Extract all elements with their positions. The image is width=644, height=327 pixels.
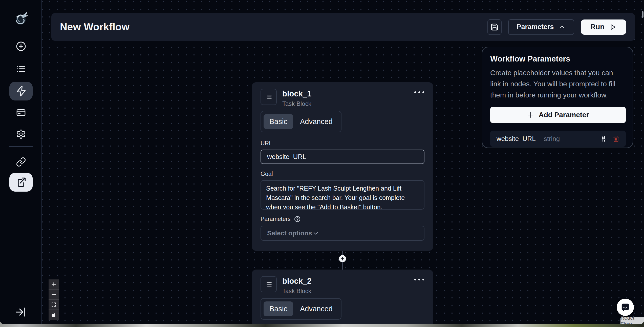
task-block-icon-box — [261, 89, 277, 105]
ellipsis-icon[interactable] — [414, 279, 424, 281]
node-title: block_2 — [282, 277, 311, 286]
panel-title: Workflow Parameters — [490, 54, 625, 64]
plus-icon — [340, 256, 345, 261]
node-header: block_1 Task Block — [261, 89, 424, 105]
select-placeholder: Select options — [267, 229, 312, 237]
run-label: Run — [590, 23, 605, 31]
fit-view-icon — [51, 302, 56, 307]
tab-advanced[interactable]: Advanced — [294, 114, 338, 129]
trash-icon[interactable] — [613, 135, 619, 142]
sidebar — [0, 0, 42, 324]
task-block-icon-box — [261, 276, 277, 292]
lock-toggle-button[interactable] — [49, 310, 59, 320]
tab-advanced[interactable]: Advanced — [294, 301, 338, 316]
add-parameter-label: Add Parameter — [539, 111, 589, 119]
parameters-select[interactable]: Select options — [261, 226, 424, 241]
zoom-in-button[interactable] — [49, 279, 59, 289]
lock-icon — [51, 312, 56, 317]
list-icon — [265, 93, 272, 101]
sidebar-divider — [9, 146, 33, 147]
workflow-node-block-1[interactable]: block_1 Task Block Basic Advanced URL Go… — [252, 82, 433, 251]
zoom-out-icon — [51, 292, 56, 297]
workflow-parameters-panel: Workflow Parameters Create placeholder v… — [482, 47, 633, 148]
arrow-right-to-line-icon — [14, 306, 26, 318]
page-title: New Workflow — [60, 21, 130, 33]
parameters-label: Parameters — [261, 216, 291, 222]
tab-basic[interactable]: Basic — [264, 114, 293, 129]
add-parameter-button[interactable]: Add Parameter — [490, 107, 626, 123]
run-button[interactable]: Run — [581, 19, 626, 35]
add-node-button[interactable] — [339, 255, 346, 262]
header-actions: Parameters Run — [487, 19, 626, 35]
chevron-down-icon — [312, 230, 319, 237]
workflow-header-bar: New Workflow Parameters Run — [51, 13, 635, 41]
goal-textarea[interactable]: Search for "REFY Lash Sculpt Lengthen an… — [261, 180, 424, 210]
node-tabs: Basic Advanced — [261, 111, 341, 132]
node-header: block_2 Task Block — [261, 276, 424, 292]
link-icon — [16, 157, 26, 167]
parameter-type: string — [544, 135, 560, 143]
parameter-row: website_URL string — [490, 131, 626, 147]
save-button[interactable] — [487, 19, 502, 35]
scrollbar-thumb[interactable] — [642, 11, 643, 18]
sidebar-item-workflows[interactable] — [9, 82, 33, 100]
chat-bubble-icon — [620, 302, 630, 312]
help-circle-icon[interactable] — [294, 216, 301, 222]
url-label: URL — [261, 140, 424, 147]
sidebar-expand-button[interactable] — [14, 306, 26, 318]
canvas-controls — [49, 279, 59, 320]
plus-circle-icon — [15, 41, 27, 52]
sliders-icon[interactable] — [600, 135, 607, 142]
sidebar-item-settings[interactable] — [9, 125, 33, 144]
plus-icon — [527, 111, 534, 119]
node-title: block_1 — [282, 89, 311, 98]
url-input[interactable] — [261, 150, 424, 164]
play-icon — [609, 23, 617, 31]
node-type-label: Task Block — [282, 288, 311, 295]
fit-view-button[interactable] — [49, 300, 59, 310]
zoom-out-button[interactable] — [49, 290, 59, 299]
parameters-toggle-label: Parameters — [517, 23, 554, 31]
parameter-key: website_URL — [497, 135, 536, 143]
chat-launcher-button[interactable] — [617, 299, 634, 316]
ellipsis-icon[interactable] — [414, 91, 424, 93]
save-icon — [490, 23, 499, 31]
app-window: New Workflow Parameters Run — [0, 0, 644, 324]
react-flow-attribution[interactable]: React Flow — [620, 317, 644, 324]
chevron-up-icon — [559, 24, 566, 31]
sidebar-item-runs[interactable] — [9, 59, 33, 78]
list-icon — [265, 280, 272, 288]
zoom-in-icon — [51, 282, 56, 287]
sidebar-item-integrations[interactable] — [9, 153, 33, 171]
sidebar-item-create[interactable] — [9, 37, 33, 56]
goal-label: Goal — [261, 171, 424, 177]
sidebar-item-credentials[interactable] — [9, 103, 33, 122]
gear-icon — [16, 129, 26, 139]
node-type-label: Task Block — [282, 100, 311, 107]
parameters-toggle-button[interactable]: Parameters — [508, 19, 574, 35]
zap-icon — [15, 86, 27, 97]
node-tabs: Basic Advanced — [261, 298, 341, 320]
skyvern-dragon-logo — [13, 10, 29, 26]
sidebar-item-external[interactable] — [9, 173, 33, 192]
tab-basic[interactable]: Basic — [264, 301, 293, 316]
credit-card-icon — [16, 108, 26, 118]
workflow-node-block-2[interactable]: block_2 Task Block Basic Advanced — [252, 270, 433, 324]
panel-description: Create placeholder values that you can l… — [490, 67, 625, 101]
list-icon — [16, 64, 26, 74]
workflow-canvas[interactable]: New Workflow Parameters Run — [42, 0, 644, 324]
external-link-icon — [15, 177, 27, 188]
